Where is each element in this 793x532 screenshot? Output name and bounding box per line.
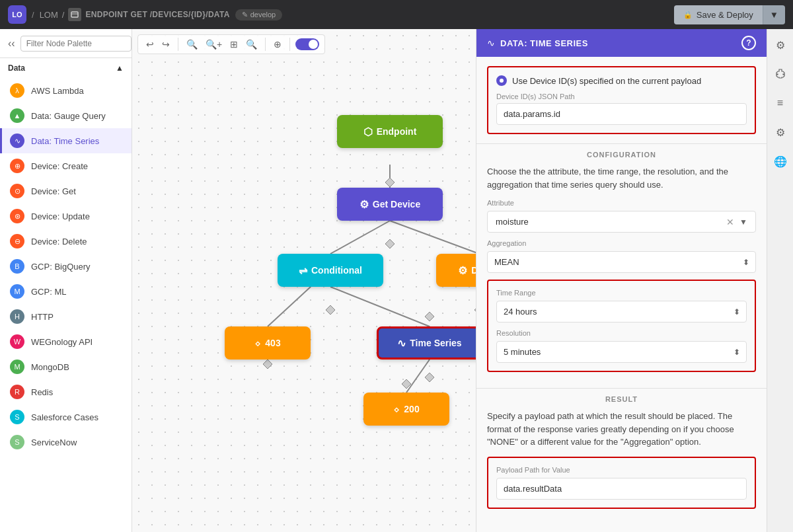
sidebar-item-gcp-ml[interactable]: M GCP: ML [0,279,132,304]
side-icon-gear[interactable]: ⚙ [771,36,790,54]
sidebar-item-http[interactable]: H HTTP [0,304,132,329]
sidebar-item-label-http: HTTP [31,312,54,322]
canvas-toggle[interactable] [295,38,319,50]
svg-line-4 [390,221,476,254]
sidebar-item-label-gcp-ml: GCP: ML [31,287,66,297]
sidebar: ‹‹ Data ▲ λ AWS Lambda ▲ Data: Gauge Que… [0,29,132,532]
sidebar-section-data: Data ▲ [0,58,132,78]
time-range-label: Time Range [496,289,747,297]
resolution-select[interactable]: 5 minutes [496,341,747,363]
node-403[interactable]: ⬦ 403 [225,326,311,360]
breadcrumb: LOM / ENDPOINT GET /DEVICES/{ID}/DATA [40,8,230,21]
node-time-series[interactable]: ∿ Time Series [377,326,476,360]
config-description: Choose the the attribute, the time range… [487,165,756,191]
canvas-area[interactable]: ↩ ↪ 🔍 🔍+ ⊞ 🔍 ⊕ [132,29,476,532]
save-deploy-button[interactable]: Save & Deploy [674,5,763,24]
sidebar-item-icon-aws-lambda: λ [10,83,24,98]
sidebar-item-icon-data-gauge-query: ▲ [10,108,24,123]
svg-marker-9 [385,178,395,187]
panel-help-button[interactable]: ? [741,36,756,50]
right-panel: ∿ DATA: TIME SERIES ? Use Device ID(s) s… [476,29,767,532]
debug-label: Debug [471,265,476,276]
result-section: Specify a payload path at which the resu… [476,407,767,518]
node-200[interactable]: ⬦ 200 [363,393,449,426]
sidebar-item-label-salesforce-cases: Salesforce Cases [31,412,98,422]
svg-line-6 [330,287,430,326]
main-layout: ‹‹ Data ▲ λ AWS Lambda ▲ Data: Gauge Que… [0,29,793,532]
undo-button[interactable]: ↩ [143,38,157,51]
side-icon-bars[interactable]: ≡ [771,94,790,112]
branch-badge[interactable]: develop [235,9,283,20]
time-range-select[interactable]: 24 hours [496,301,747,323]
sidebar-item-label-data-gauge-query: Data: Gauge Query [31,111,106,121]
sidebar-search-input[interactable] [20,36,132,52]
sidebar-item-gcp-bigquery[interactable]: B GCP: BigQuery [0,254,132,279]
sidebar-item-aws-lambda[interactable]: λ AWS Lambda [0,78,132,103]
svg-line-5 [268,287,311,326]
zoom-in-button[interactable]: 🔍+ [203,38,225,51]
search-canvas-button[interactable]: 🔍 [243,38,260,51]
device-id-field-input[interactable] [496,103,747,125]
attribute-input[interactable] [493,214,724,229]
attribute-dropdown-button[interactable]: ▼ [737,216,750,228]
svg-marker-11 [326,305,335,315]
fit-button[interactable]: ⊞ [227,38,241,51]
debug-icon: ⚙ [458,264,467,277]
attribute-clear-button[interactable]: ✕ [724,215,737,229]
save-deploy-arrow-button[interactable]: ▼ [763,5,785,24]
sidebar-item-device-delete[interactable]: ⊖ Device: Delete [0,229,132,254]
sidebar-item-icon-device-delete: ⊖ [10,234,24,248]
side-icon-globe[interactable]: 🌐 [771,152,790,171]
sidebar-item-label-device-update: Device: Update [31,211,90,221]
node-debug[interactable]: ⚙ Debug [436,254,476,287]
endpoint-label: ENDPOINT GET /DEVICES/{ID}/DATA [85,10,229,19]
node-endpoint[interactable]: ⬡ Endpoint [337,115,443,148]
sidebar-collapse-button[interactable]: ‹‹ [5,35,18,52]
sidebar-collapse-icon[interactable]: ▲ [116,63,124,73]
svg-marker-12 [425,312,434,321]
side-icon-settings[interactable]: ⚙ [771,123,790,141]
time-range-select-wrapper: 24 hours ⬍ [496,301,747,323]
panel-header-title: DATA: TIME SERIES [500,38,736,48]
sidebar-item-device-get[interactable]: ⊙ Device: Get [0,178,132,204]
sidebar-item-icon-redis: R [10,385,24,399]
svg-line-7 [406,360,430,393]
svg-marker-10 [385,239,395,248]
add-node-button[interactable]: ⊕ [271,38,284,51]
node-get-device[interactable]: ⚙ Get Device [337,188,443,221]
error-403-icon: ⬦ [254,337,261,349]
sidebar-item-salesforce-cases[interactable]: S Salesforce Cases [0,404,132,430]
sidebar-item-label-device-delete: Device: Delete [31,237,87,247]
node-conditional[interactable]: ⇌ Conditional [278,254,383,287]
sidebar-item-mongodb[interactable]: M MongoDB [0,354,132,379]
attribute-label: Attribute [487,199,756,207]
device-radio-button[interactable] [496,75,507,86]
sidebar-item-device-update[interactable]: ⊛ Device: Update [0,204,132,229]
sidebar-item-data-time-series[interactable]: ∿ Data: Time Series [0,128,132,153]
sidebar-item-wegnology-api[interactable]: W WEGnology API [0,329,132,354]
time-series-node-icon: ∿ [397,337,406,350]
brand-label[interactable]: LOM [40,10,58,20]
payload-path-input[interactable] [496,478,747,500]
side-icon-plugin[interactable] [771,65,790,83]
payload-path-box: Payload Path for Value [487,457,756,509]
get-device-icon: ⚙ [359,198,369,211]
sidebar-item-icon-servicenow: S [10,435,24,449]
sidebar-item-data-gauge-query[interactable]: ▲ Data: Gauge Query [0,103,132,128]
config-section: Choose the the attribute, the time range… [476,163,767,388]
zoom-out-button[interactable]: 🔍 [184,38,200,51]
aggregation-select[interactable]: MEAN [487,251,756,273]
sidebar-item-redis[interactable]: R Redis [0,379,132,404]
canvas-toolbar: ↩ ↪ 🔍 🔍+ ⊞ 🔍 ⊕ [137,34,325,54]
sidebar-item-icon-device-update: ⊛ [10,209,24,223]
redo-button[interactable]: ↪ [159,38,172,51]
sidebar-item-device-create[interactable]: ⊕ Device: Create [0,153,132,178]
endpoint-node-icon: ⬡ [363,126,373,138]
panel-header-icon: ∿ [487,38,495,48]
device-radio-row: Use Device ID(s) specified on the curren… [496,75,747,86]
sidebar-item-servicenow[interactable]: S ServiceNow [0,430,132,455]
sidebar-item-label-servicenow: ServiceNow [31,437,77,447]
resolution-label: Resolution [496,329,747,337]
sidebar-item-label-wegnology-api: WEGnology API [31,337,93,347]
attribute-select-wrapper: ✕ ▼ [487,211,756,233]
